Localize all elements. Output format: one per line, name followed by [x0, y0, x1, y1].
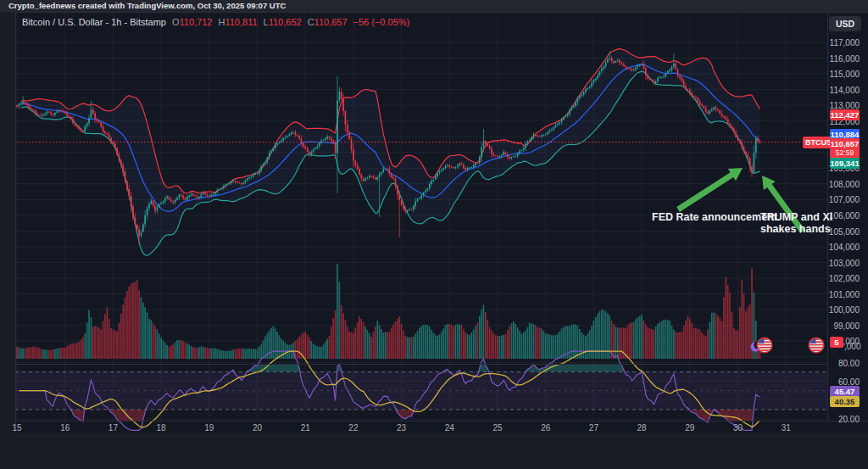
annotation-trump-line2: shakes hands [760, 223, 832, 235]
annotation-fed-text: FED Rate announcement [652, 211, 777, 223]
price-axis-label: 100,000 [826, 305, 860, 315]
price-axis-label: 117,000 [826, 38, 860, 47]
close-label: C [308, 17, 314, 27]
rsi-axis-label: 20.00 [826, 415, 860, 424]
change-value: −56 (−0.05%) [353, 17, 410, 27]
time-axis-label: 19 [204, 423, 214, 433]
chart-canvas[interactable] [0, 0, 868, 469]
rsi-zone-band [15, 372, 827, 410]
time-axis-label: 29 [685, 423, 694, 433]
price-axis-label: 114,000 [826, 86, 860, 95]
time-axis-label: 18 [157, 423, 166, 433]
rsi-ma-badge: 40.35 [830, 396, 860, 407]
price-axis-label: 108,000 [826, 180, 860, 189]
open-value: 110,712 [180, 17, 213, 27]
symbol-title: Bitcoin / U.S. Dollar - 1h - Bitstamp [22, 17, 166, 27]
time-axis-label: 31 [782, 423, 791, 433]
price-axis-label: 107,000 [826, 195, 860, 204]
price-axis-label: 102,000 [826, 274, 860, 283]
time-axis-label: 28 [637, 423, 647, 433]
currency-toggle-button[interactable]: USD [829, 16, 861, 31]
last-price-badge: 110,657 52:59 [830, 138, 860, 159]
time-axis-label: 16 [60, 423, 70, 433]
price-axis-label: 115,000 [826, 70, 860, 79]
close-value: 110,657 [314, 17, 348, 27]
last-price-value: 110,657 [830, 140, 860, 148]
lower-band-badge: 109,341 [830, 158, 860, 169]
bar-countdown: 52:59 [830, 148, 860, 157]
price-axis-label: 103,000 [826, 259, 860, 268]
time-axis-label: 22 [348, 423, 358, 433]
open-label: O [172, 17, 180, 27]
time-axis-label: 21 [301, 423, 310, 433]
volume-axis-label-remnant: ,000 [844, 342, 860, 351]
annotation-trump-text: TRUMP and XI shakes hands [760, 211, 832, 235]
rsi-axis-label: 80.00 [826, 359, 860, 368]
price-axis-label: 104,000 [826, 243, 860, 252]
us-flag-event-icon[interactable] [809, 338, 824, 353]
time-axis-label: 30 [733, 423, 743, 433]
time-axis-label: 25 [492, 423, 502, 433]
tradingview-published-chart: Crypto_feednews created with TradingView… [0, 0, 868, 469]
time-axis-label: 27 [589, 423, 598, 433]
volume-badge: 5 [830, 337, 843, 348]
price-axis-label: 99,000 [826, 321, 860, 331]
price-axis-label: 116,000 [826, 54, 860, 64]
time-axis-label: 26 [541, 423, 550, 433]
high-value: 110,811 [225, 17, 257, 27]
upper-band-badge: 112,427 [830, 109, 860, 120]
chart-legend[interactable]: Bitcoin / U.S. Dollar - 1h - BitstampO11… [22, 17, 409, 27]
annotation-trump-line1: TRUMP and XI [760, 211, 832, 223]
time-axis-label: 15 [12, 423, 21, 433]
price-axis-label: 101,000 [826, 290, 860, 299]
time-axis-label: 23 [397, 423, 406, 433]
footer-bar: TradingView [0, 433, 868, 469]
low-value: 110,652 [269, 17, 302, 27]
us-flag-event-icon[interactable] [757, 338, 772, 353]
time-axis-label: 17 [108, 423, 118, 433]
time-axis-label: 24 [445, 423, 454, 433]
time-axis-label: 20 [253, 423, 262, 433]
